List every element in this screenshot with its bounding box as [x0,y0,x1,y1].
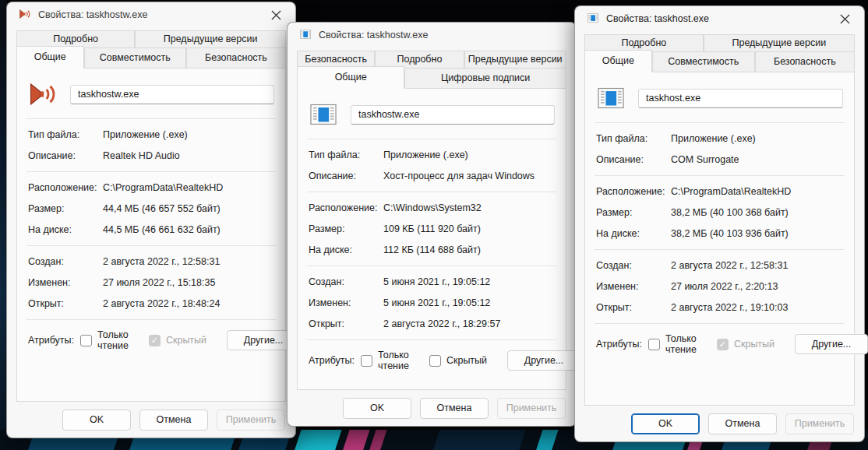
divider [26,245,276,246]
divider [595,323,845,324]
tab-previous-versions[interactable]: Предыдущие версии [135,30,286,48]
wallpaper-streak [341,430,372,450]
dialog-button-row: OK Отмена Применить [7,402,295,438]
readonly-checkbox[interactable] [80,335,92,346]
on-disk-value: 38,2 МБ (40 103 936 байт) [671,228,789,239]
attributes-label: Атрибуты: [309,355,355,366]
attributes-label: Атрибуты: [28,335,74,346]
created-value: 2 августа 2022 г., 12:58:31 [671,260,788,271]
modified-label: Изменен: [28,277,103,288]
tab-digital-signatures[interactable]: Цифровые подписи [404,68,566,89]
properties-dialog-left: Свойства: taskhostw.exe Подробно Предыду… [6,2,296,438]
hidden-checkbox[interactable] [429,355,441,367]
apply-button: Применить [785,413,854,434]
opened-value: 2 августа 2022 г., 18:48:24 [103,298,220,309]
tab-strip: Подробно Предыдущие версии Общие Совмест… [575,31,864,72]
window-title: Свойства: taskhostw.exe [38,9,147,20]
filename-input[interactable] [70,85,274,104]
ok-button[interactable]: OK [62,410,131,431]
ok-button[interactable]: OK [343,398,411,419]
titlebar[interactable]: Свойства: taskhost.exe [575,6,864,31]
size-label: Размер: [596,207,671,218]
general-tab-page: Тип файла:Приложение (.exe) Описание:COM… [584,72,855,406]
tab-previous-versions[interactable]: Предыдущие версии [464,51,566,69]
modified-value: 27 июля 2022 г., 2:20:13 [671,281,778,292]
divider [595,175,845,176]
description-label: Описание: [596,154,671,165]
created-value: 5 июня 2021 г., 19:05:12 [383,276,490,287]
description-label: Описание: [309,171,383,181]
opened-value: 2 августа 2022 г., 19:10:03 [671,302,788,313]
titlebar[interactable]: Свойства: taskhostw.exe [288,23,576,47]
close-icon[interactable] [833,9,856,28]
location-label: Расположение: [28,182,103,193]
cancel-button[interactable]: Отмена [708,413,777,434]
other-attributes-button[interactable]: Другие... [795,334,868,354]
application-icon [309,100,338,129]
filename-input[interactable] [351,105,555,125]
on-disk-label: На диске: [596,228,671,239]
opened-label: Открыт: [28,298,103,309]
tab-general[interactable]: Общие [297,66,404,89]
divider [26,118,276,119]
window-title: Свойства: taskhost.exe [606,13,709,24]
size-label: Размер: [28,203,103,214]
window-title: Свойства: taskhostw.exe [319,30,428,40]
filename-input[interactable] [638,89,843,108]
on-disk-value: 44,5 МБ (46 661 632 байт) [103,224,221,235]
modified-value: 5 июня 2021 г., 19:05:12 [383,297,490,308]
tab-strip: Безопасность Подробно Предыдущие версии … [288,47,576,89]
modified-value: 27 июля 2022 г., 15:18:35 [103,277,215,288]
other-attributes-button[interactable]: Другие... [507,350,580,371]
description-value: COM Surrogate [671,154,739,165]
location-value: C:\Windows\System32 [383,202,482,213]
tab-compatibility[interactable]: Совместимость [652,51,755,72]
cancel-button[interactable]: Отмена [420,398,489,419]
titlebar[interactable]: Свойства: taskhostw.exe [7,2,295,27]
hidden-label: Скрытый [734,339,774,350]
on-disk-label: На диске: [309,244,383,255]
readonly-label: Только чтение [97,329,129,351]
file-type-value: Приложение (.exe) [671,133,756,144]
readonly-checkbox[interactable] [648,339,660,350]
cancel-button[interactable]: Отмена [139,410,208,431]
divider [307,339,556,340]
created-label: Создан: [28,256,103,267]
tab-strip: Подробно Предыдущие версии Общие Совмест… [7,27,295,69]
speaker-icon [19,8,31,23]
file-type-value: Приложение (.exe) [383,149,468,160]
modified-label: Изменен: [596,281,671,292]
apply-button: Применить [217,410,285,431]
tab-previous-versions[interactable]: Предыдущие версии [704,34,855,52]
tab-security[interactable]: Безопасность [755,51,855,72]
file-type-label: Тип файла: [28,129,103,140]
divider [595,249,845,250]
divider [307,192,556,192]
created-value: 2 августа 2022 г., 12:58:31 [103,256,220,267]
attributes-label: Атрибуты: [596,339,642,350]
tab-compatibility[interactable]: Совместимость [84,47,186,69]
on-disk-value: 112 КБ (114 688 байт) [383,244,481,255]
size-value: 109 КБ (111 920 байт) [383,223,481,234]
readonly-label: Только чтение [665,333,697,355]
created-label: Создан: [309,276,383,287]
wallpaper-streak [368,430,389,450]
size-value: 38,2 МБ (40 100 368 байт) [671,207,789,218]
description-label: Описание: [28,150,103,161]
description-value: Хост-процесс для задач Windows [383,171,535,181]
tab-security[interactable]: Безопасность [186,47,286,69]
close-icon[interactable] [264,5,288,24]
hidden-label: Скрытый [446,355,487,366]
application-icon [596,83,626,113]
opened-label: Открыт: [596,302,671,313]
description-value: Realtek HD Audio [103,150,180,161]
divider [307,265,556,266]
readonly-checkbox[interactable] [361,355,372,367]
divider [307,139,556,139]
general-tab-page: Тип файла:Приложение (.exe) Описание:Rea… [16,68,286,402]
tab-general[interactable]: Общие [16,46,84,69]
tab-general[interactable]: Общие [584,50,652,72]
size-label: Размер: [309,223,383,234]
ok-button[interactable]: OK [631,413,700,434]
speaker-icon [28,79,58,109]
